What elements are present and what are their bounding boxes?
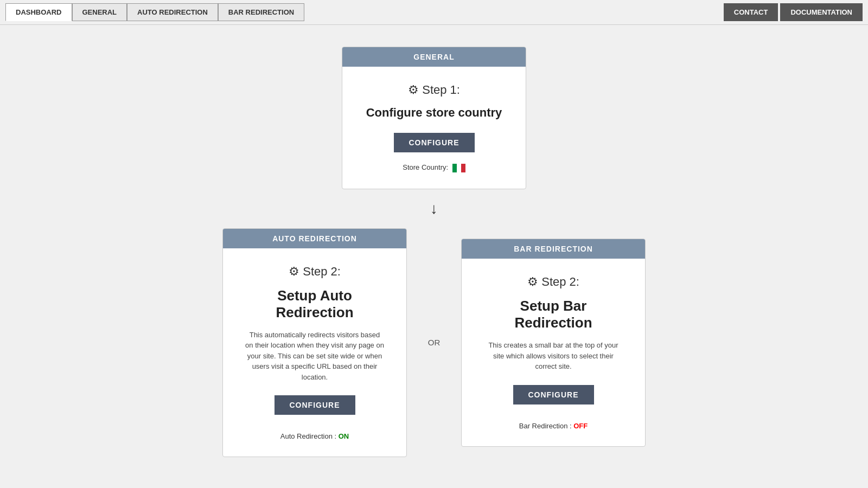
gear-icon-bar: ⚙ <box>527 275 538 288</box>
auto-configure-button[interactable]: CONFIGURE <box>275 395 355 415</box>
auto-card-body: ⚙ Step 2: Setup Auto Redirection This au… <box>223 248 406 457</box>
auto-main-text: Setup Auto Redirection <box>245 287 385 321</box>
auto-status-label: Auto Redirection : <box>280 432 336 440</box>
general-status: Store Country: <box>364 163 504 172</box>
gear-icon-auto: ⚙ <box>289 265 299 278</box>
general-card: GENERAL ⚙ Step 1: Configure store countr… <box>342 47 526 189</box>
general-configure-button[interactable]: CONFIGURE <box>394 133 475 152</box>
nav-bar-redirection[interactable]: BAR REDIRECTION <box>218 3 304 21</box>
bar-status-label: Bar Redirection : <box>519 422 572 430</box>
gear-icon-general: ⚙ <box>408 83 419 97</box>
store-country-label: Store Country: <box>403 163 448 171</box>
navbar-left: DASHBOARD GENERAL AUTO REDIRECTION BAR R… <box>5 3 304 21</box>
nav-auto-redirection[interactable]: AUTO REDIRECTION <box>127 3 218 21</box>
bar-status-value: OFF <box>573 422 588 430</box>
flag-italy <box>452 164 465 172</box>
bar-configure-button[interactable]: CONFIGURE <box>513 385 594 404</box>
bar-step-title: ⚙ Step 2: <box>483 275 623 289</box>
navbar-right: CONTACT DOCUMENTATION <box>724 3 863 21</box>
auto-card-header: AUTO REDIRECTION <box>223 229 406 248</box>
nav-dashboard[interactable]: DASHBOARD <box>5 3 72 21</box>
navbar: DASHBOARD GENERAL AUTO REDIRECTION BAR R… <box>0 0 868 25</box>
bar-main-text: Setup Bar Redirection <box>483 298 623 331</box>
svg-rect-2 <box>461 164 465 172</box>
bar-card-header: BAR REDIRECTION <box>462 239 645 259</box>
auto-redirection-card: AUTO REDIRECTION ⚙ Step 2: Setup Auto Re… <box>222 228 407 458</box>
svg-rect-1 <box>457 164 461 172</box>
contact-button[interactable]: CONTACT <box>724 3 778 21</box>
auto-status-value: ON <box>339 432 349 440</box>
lower-row: AUTO REDIRECTION ⚙ Step 2: Setup Auto Re… <box>222 228 646 458</box>
general-card-body: ⚙ Step 1: Configure store country CONFIG… <box>342 67 526 189</box>
auto-step-title: ⚙ Step 2: <box>245 265 385 279</box>
bar-redirection-card: BAR REDIRECTION ⚙ Step 2: Setup Bar Redi… <box>461 239 646 447</box>
general-main-text: Configure store country <box>364 106 504 120</box>
or-divider: OR <box>407 338 461 347</box>
main-content: GENERAL ⚙ Step 1: Configure store countr… <box>0 25 868 479</box>
documentation-button[interactable]: DOCUMENTATION <box>780 3 863 21</box>
bar-description: This creates a small bar at the top of y… <box>483 340 623 372</box>
down-arrow: ↓ <box>430 200 438 217</box>
svg-rect-0 <box>452 164 457 172</box>
auto-description: This automatically redirects visitors ba… <box>245 330 385 383</box>
general-step-title: ⚙ Step 1: <box>364 83 504 97</box>
bar-card-body: ⚙ Step 2: Setup Bar Redirection This cre… <box>462 259 645 446</box>
nav-general[interactable]: GENERAL <box>72 3 127 21</box>
general-card-header: GENERAL <box>342 47 526 67</box>
bar-status: Bar Redirection : OFF <box>483 422 623 430</box>
auto-status: Auto Redirection : ON <box>245 432 385 440</box>
